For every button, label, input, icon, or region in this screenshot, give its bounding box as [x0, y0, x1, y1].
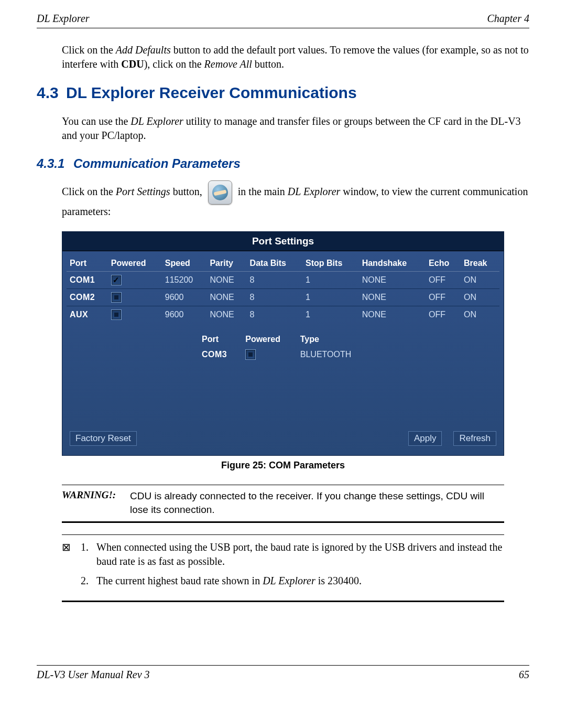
note-number: 1.: [81, 540, 96, 569]
warning-text: CDU is already connected to the receiver…: [130, 489, 504, 516]
param-line: Click on the Port Settings button, in th…: [62, 180, 529, 219]
page-header: DL Explorer Chapter 4: [37, 13, 529, 28]
apply-button[interactable]: Apply: [408, 431, 442, 446]
table-header-row: Port Powered Speed Parity Data Bits Stop…: [67, 256, 499, 272]
note-number: 2.: [81, 574, 96, 588]
port-settings-panel: Port Settings Port Powered Speed Parity …: [62, 231, 504, 456]
notes-block: ⊠ 1. When connected using the USB port, …: [62, 534, 504, 602]
factory-reset-button[interactable]: Factory Reset: [70, 431, 137, 446]
header-left: DL Explorer: [37, 13, 90, 25]
page-footer: DL-V3 User Manual Rev 3 65: [37, 665, 529, 681]
subsection-heading: 4.3.1 Communication Parameters: [37, 156, 529, 171]
table-row[interactable]: COM2 9600 NONE 8 1 NONE OFF ON: [67, 289, 499, 306]
subsection-title: Communication Parameters: [73, 156, 241, 171]
section-paragraph: You can use the DL Explorer utility to m…: [62, 114, 529, 143]
intro-paragraph: Click on the Add Defaults button to add …: [62, 43, 529, 71]
powered-checkbox[interactable]: [111, 309, 122, 320]
footer-right: 65: [519, 669, 529, 681]
powered-checkbox[interactable]: [245, 349, 256, 360]
footer-left: DL-V3 User Manual Rev 3: [37, 669, 150, 681]
section-number: 4.3: [37, 84, 66, 102]
refresh-button[interactable]: Refresh: [453, 431, 496, 446]
warning-label: WARNING!:: [62, 489, 130, 516]
section-title: DL Explorer Receiver Communications: [66, 84, 357, 102]
powered-checkbox[interactable]: [111, 292, 122, 303]
port-settings-subtable: Port Powered Type COM3 BLUETOOTH: [197, 331, 369, 363]
table-row[interactable]: COM1 115200 NONE 8 1 NONE OFF ON: [67, 272, 499, 289]
warning-block: WARNING!: CDU is already connected to th…: [62, 485, 504, 523]
powered-checkbox[interactable]: [111, 275, 122, 285]
port-settings-table: Port Powered Speed Parity Data Bits Stop…: [67, 256, 499, 323]
section-heading: 4.3 DL Explorer Receiver Communications: [37, 84, 529, 102]
figure-caption: Figure 25: COM Parameters: [37, 460, 529, 471]
table-header-row: Port Powered Type: [198, 333, 368, 346]
header-right: Chapter 4: [487, 13, 529, 25]
note-icon: ⊠: [62, 540, 81, 569]
table-row[interactable]: COM3 BLUETOOTH: [198, 347, 368, 362]
note-text: The current highest baud rate shown in D…: [96, 574, 504, 588]
port-settings-title: Port Settings: [62, 232, 504, 251]
table-row[interactable]: AUX 9600 NONE 8 1 NONE OFF ON: [67, 306, 499, 324]
port-settings-icon: [208, 180, 232, 205]
note-text: When connected using the USB port, the b…: [96, 540, 504, 569]
subsection-number: 4.3.1: [37, 156, 73, 171]
